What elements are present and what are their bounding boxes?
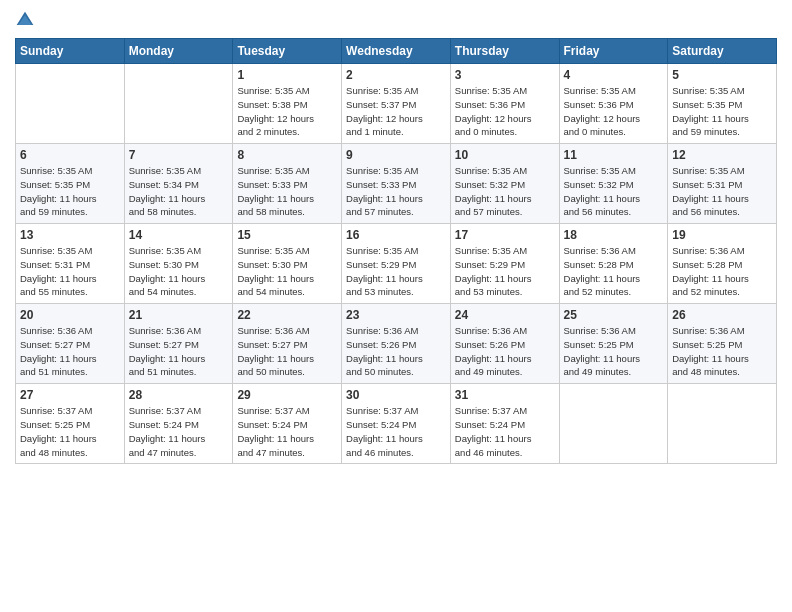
day-info: Sunrise: 5:35 AM Sunset: 5:35 PM Dayligh… [20,164,120,219]
day-cell: 23Sunrise: 5:36 AM Sunset: 5:26 PM Dayli… [342,304,451,384]
week-row-3: 13Sunrise: 5:35 AM Sunset: 5:31 PM Dayli… [16,224,777,304]
day-number: 7 [129,148,229,162]
day-info: Sunrise: 5:35 AM Sunset: 5:37 PM Dayligh… [346,84,446,139]
day-cell: 26Sunrise: 5:36 AM Sunset: 5:25 PM Dayli… [668,304,777,384]
day-cell: 13Sunrise: 5:35 AM Sunset: 5:31 PM Dayli… [16,224,125,304]
day-info: Sunrise: 5:37 AM Sunset: 5:25 PM Dayligh… [20,404,120,459]
day-cell: 30Sunrise: 5:37 AM Sunset: 5:24 PM Dayli… [342,384,451,464]
day-cell: 4Sunrise: 5:35 AM Sunset: 5:36 PM Daylig… [559,64,668,144]
week-row-2: 6Sunrise: 5:35 AM Sunset: 5:35 PM Daylig… [16,144,777,224]
day-info: Sunrise: 5:36 AM Sunset: 5:26 PM Dayligh… [455,324,555,379]
day-cell [16,64,125,144]
day-cell: 17Sunrise: 5:35 AM Sunset: 5:29 PM Dayli… [450,224,559,304]
day-number: 20 [20,308,120,322]
day-number: 16 [346,228,446,242]
day-cell: 10Sunrise: 5:35 AM Sunset: 5:32 PM Dayli… [450,144,559,224]
day-info: Sunrise: 5:37 AM Sunset: 5:24 PM Dayligh… [455,404,555,459]
day-cell: 21Sunrise: 5:36 AM Sunset: 5:27 PM Dayli… [124,304,233,384]
day-info: Sunrise: 5:37 AM Sunset: 5:24 PM Dayligh… [237,404,337,459]
day-number: 29 [237,388,337,402]
day-number: 9 [346,148,446,162]
day-info: Sunrise: 5:35 AM Sunset: 5:32 PM Dayligh… [455,164,555,219]
day-cell: 20Sunrise: 5:36 AM Sunset: 5:27 PM Dayli… [16,304,125,384]
header-cell-monday: Monday [124,39,233,64]
day-cell: 19Sunrise: 5:36 AM Sunset: 5:28 PM Dayli… [668,224,777,304]
day-info: Sunrise: 5:36 AM Sunset: 5:27 PM Dayligh… [20,324,120,379]
day-cell: 15Sunrise: 5:35 AM Sunset: 5:30 PM Dayli… [233,224,342,304]
day-cell: 28Sunrise: 5:37 AM Sunset: 5:24 PM Dayli… [124,384,233,464]
header-cell-saturday: Saturday [668,39,777,64]
day-cell: 8Sunrise: 5:35 AM Sunset: 5:33 PM Daylig… [233,144,342,224]
calendar-table: SundayMondayTuesdayWednesdayThursdayFrid… [15,38,777,464]
header-cell-wednesday: Wednesday [342,39,451,64]
day-number: 2 [346,68,446,82]
day-info: Sunrise: 5:35 AM Sunset: 5:31 PM Dayligh… [20,244,120,299]
day-info: Sunrise: 5:36 AM Sunset: 5:25 PM Dayligh… [672,324,772,379]
day-number: 12 [672,148,772,162]
header [15,10,777,30]
day-info: Sunrise: 5:35 AM Sunset: 5:29 PM Dayligh… [346,244,446,299]
day-info: Sunrise: 5:36 AM Sunset: 5:27 PM Dayligh… [237,324,337,379]
week-row-4: 20Sunrise: 5:36 AM Sunset: 5:27 PM Dayli… [16,304,777,384]
day-info: Sunrise: 5:35 AM Sunset: 5:31 PM Dayligh… [672,164,772,219]
day-info: Sunrise: 5:36 AM Sunset: 5:26 PM Dayligh… [346,324,446,379]
day-info: Sunrise: 5:35 AM Sunset: 5:36 PM Dayligh… [564,84,664,139]
day-cell: 25Sunrise: 5:36 AM Sunset: 5:25 PM Dayli… [559,304,668,384]
day-info: Sunrise: 5:35 AM Sunset: 5:29 PM Dayligh… [455,244,555,299]
day-number: 14 [129,228,229,242]
day-info: Sunrise: 5:35 AM Sunset: 5:33 PM Dayligh… [237,164,337,219]
day-cell: 31Sunrise: 5:37 AM Sunset: 5:24 PM Dayli… [450,384,559,464]
day-cell: 2Sunrise: 5:35 AM Sunset: 5:37 PM Daylig… [342,64,451,144]
day-cell: 5Sunrise: 5:35 AM Sunset: 5:35 PM Daylig… [668,64,777,144]
day-info: Sunrise: 5:35 AM Sunset: 5:35 PM Dayligh… [672,84,772,139]
day-number: 31 [455,388,555,402]
main-container: SundayMondayTuesdayWednesdayThursdayFrid… [0,0,792,469]
day-cell: 11Sunrise: 5:35 AM Sunset: 5:32 PM Dayli… [559,144,668,224]
day-cell [559,384,668,464]
day-cell: 1Sunrise: 5:35 AM Sunset: 5:38 PM Daylig… [233,64,342,144]
day-number: 30 [346,388,446,402]
day-info: Sunrise: 5:35 AM Sunset: 5:30 PM Dayligh… [129,244,229,299]
day-cell: 3Sunrise: 5:35 AM Sunset: 5:36 PM Daylig… [450,64,559,144]
day-number: 11 [564,148,664,162]
day-cell [124,64,233,144]
day-info: Sunrise: 5:35 AM Sunset: 5:33 PM Dayligh… [346,164,446,219]
day-cell: 24Sunrise: 5:36 AM Sunset: 5:26 PM Dayli… [450,304,559,384]
day-number: 21 [129,308,229,322]
day-cell: 29Sunrise: 5:37 AM Sunset: 5:24 PM Dayli… [233,384,342,464]
day-number: 27 [20,388,120,402]
day-cell: 22Sunrise: 5:36 AM Sunset: 5:27 PM Dayli… [233,304,342,384]
calendar-header: SundayMondayTuesdayWednesdayThursdayFrid… [16,39,777,64]
day-number: 18 [564,228,664,242]
logo [15,10,38,30]
header-cell-thursday: Thursday [450,39,559,64]
day-number: 4 [564,68,664,82]
day-number: 1 [237,68,337,82]
day-cell: 18Sunrise: 5:36 AM Sunset: 5:28 PM Dayli… [559,224,668,304]
day-number: 28 [129,388,229,402]
day-info: Sunrise: 5:35 AM Sunset: 5:32 PM Dayligh… [564,164,664,219]
day-cell [668,384,777,464]
week-row-1: 1Sunrise: 5:35 AM Sunset: 5:38 PM Daylig… [16,64,777,144]
header-row: SundayMondayTuesdayWednesdayThursdayFrid… [16,39,777,64]
calendar-body: 1Sunrise: 5:35 AM Sunset: 5:38 PM Daylig… [16,64,777,464]
day-number: 10 [455,148,555,162]
logo-icon [15,10,35,30]
day-number: 8 [237,148,337,162]
day-number: 23 [346,308,446,322]
day-cell: 9Sunrise: 5:35 AM Sunset: 5:33 PM Daylig… [342,144,451,224]
day-number: 3 [455,68,555,82]
day-cell: 14Sunrise: 5:35 AM Sunset: 5:30 PM Dayli… [124,224,233,304]
day-info: Sunrise: 5:37 AM Sunset: 5:24 PM Dayligh… [129,404,229,459]
day-number: 17 [455,228,555,242]
day-cell: 16Sunrise: 5:35 AM Sunset: 5:29 PM Dayli… [342,224,451,304]
day-number: 24 [455,308,555,322]
header-cell-tuesday: Tuesday [233,39,342,64]
day-info: Sunrise: 5:35 AM Sunset: 5:34 PM Dayligh… [129,164,229,219]
day-number: 5 [672,68,772,82]
day-info: Sunrise: 5:36 AM Sunset: 5:28 PM Dayligh… [564,244,664,299]
day-cell: 7Sunrise: 5:35 AM Sunset: 5:34 PM Daylig… [124,144,233,224]
day-info: Sunrise: 5:36 AM Sunset: 5:27 PM Dayligh… [129,324,229,379]
day-info: Sunrise: 5:35 AM Sunset: 5:30 PM Dayligh… [237,244,337,299]
day-info: Sunrise: 5:35 AM Sunset: 5:36 PM Dayligh… [455,84,555,139]
